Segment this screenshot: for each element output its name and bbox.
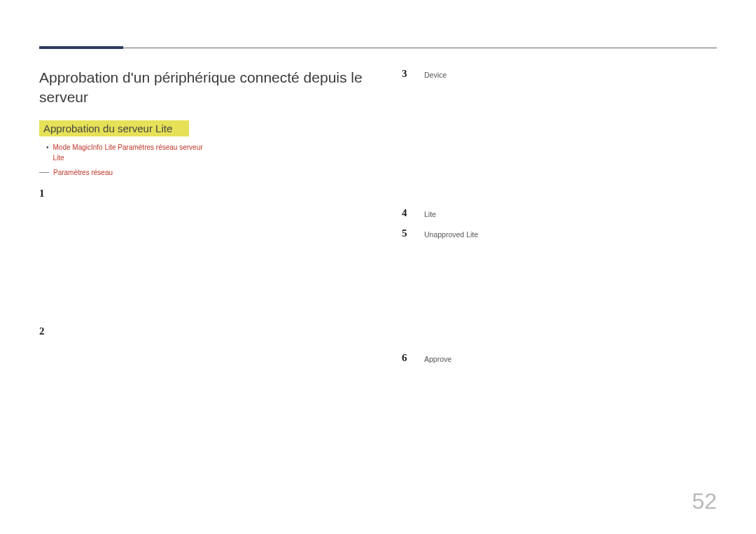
left-column: Approbation d'un périphérique connecté d… [39,68,368,463]
step-6: 6 Approve [402,352,717,365]
step-number: 3 [402,68,413,81]
section-title: Approbation d'un périphérique connecté d… [39,68,368,108]
step-text-2: Lite [466,230,478,239]
step-body: Unapproved Lite [424,227,478,241]
page-number: 52 [692,489,717,514]
bullet-text: Mode MagicInfo Lite Paramètres réseau se… [53,142,203,163]
step-number: 4 [402,207,413,220]
step-3: 3 Device [402,68,717,81]
figure-placeholder [402,247,717,352]
step-1: 1 [39,188,368,199]
step-text: Device [424,71,447,79]
step-body: Device [424,68,447,81]
note-dash-icon [39,172,49,173]
bullet-dot-icon: • [46,142,49,163]
bullet-item: • Mode MagicInfo Lite Paramètres réseau … [46,142,368,163]
step-text-1: Unapproved [424,230,464,239]
step-body: Approve [424,352,451,365]
subsection-heading: Approbation du serveur Lite [39,120,189,136]
bullet-highlight-3: Paramètres réseau serveur [118,143,202,151]
note-highlight: Paramètres réseau [53,169,113,176]
step-number: 2 [39,325,50,337]
note-row: Paramètres réseau [39,167,368,178]
step-5: 5 Unapproved Lite [402,227,717,241]
step-number: 6 [402,352,413,365]
step-2: 2 [39,325,368,337]
bullet-highlight-4: Lite [53,154,64,162]
step-body: Lite [424,207,436,220]
top-rule [39,48,717,48]
right-column: 3 Device 4 Lite 5 Unapproved Lite [402,68,717,463]
rule-accent [39,46,123,49]
note-text: Paramètres réseau [53,167,113,178]
step-text-1: Approve [424,353,451,365]
step-number: 1 [39,188,50,199]
step-4: 4 Lite [402,207,717,220]
two-column-layout: Approbation d'un périphérique connecté d… [39,68,717,463]
figure-placeholder [402,88,717,207]
bullet-highlight-1: Mode MagicInfo [53,143,103,151]
bullet-highlight-2: Lite [104,143,115,151]
step-text: Lite [424,210,436,218]
step-number: 5 [402,227,413,241]
document-page: Approbation d'un périphérique connecté d… [0,0,756,534]
